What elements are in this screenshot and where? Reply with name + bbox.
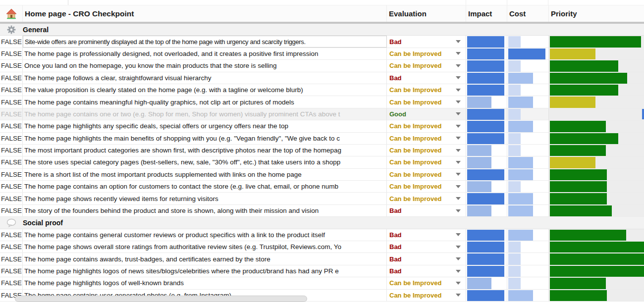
chevron-down-icon[interactable] [456, 233, 461, 236]
checkpoint-text-cell[interactable]: The value proposition is clearly stated … [23, 84, 387, 96]
cost-cell[interactable] [507, 229, 549, 241]
chevron-down-icon[interactable] [456, 209, 461, 212]
priority-cell[interactable] [549, 277, 644, 289]
checkbox-cell[interactable]: FALSE [0, 169, 23, 180]
cost-cell[interactable] [507, 133, 549, 144]
chevron-down-icon[interactable] [456, 270, 461, 273]
checkbox-cell[interactable]: FALSE [0, 133, 23, 144]
impact-cell[interactable] [466, 36, 507, 47]
cost-cell[interactable] [507, 48, 549, 59]
chevron-down-icon[interactable] [456, 76, 461, 79]
priority-cell[interactable] [549, 169, 644, 180]
checkbox-cell[interactable]: FALSE [0, 193, 23, 204]
priority-cell[interactable] [549, 253, 644, 264]
evaluation-dropdown[interactable]: Bad [387, 229, 466, 241]
chevron-down-icon[interactable] [456, 161, 461, 164]
cost-cell[interactable] [507, 277, 549, 289]
chevron-down-icon[interactable] [456, 112, 461, 115]
checkpoint-text-cell[interactable]: Site-wide offers are prominently display… [23, 36, 387, 47]
cost-cell[interactable] [507, 36, 549, 47]
evaluation-dropdown[interactable]: Bad [387, 265, 466, 277]
checkbox-cell[interactable]: FALSE [0, 205, 23, 216]
checkpoint-text-cell[interactable]: The most important product categories ar… [23, 145, 387, 156]
cost-cell[interactable] [507, 96, 549, 107]
chevron-down-icon[interactable] [456, 149, 461, 152]
priority-cell[interactable] [549, 133, 644, 144]
checkpoint-text-cell[interactable]: The home page contains awards, trust-bad… [23, 253, 387, 264]
cost-cell[interactable] [507, 253, 549, 264]
checkbox-cell[interactable]: FALSE [0, 72, 23, 84]
checkbox-cell[interactable]: FALSE [0, 181, 23, 192]
checkbox-cell[interactable]: FALSE [0, 145, 23, 156]
priority-cell[interactable] [549, 48, 644, 59]
cost-cell[interactable] [507, 193, 549, 204]
impact-cell[interactable] [466, 253, 507, 264]
evaluation-dropdown[interactable]: Bad [387, 72, 466, 84]
checkbox-cell[interactable]: FALSE [0, 241, 23, 252]
checkbox-cell[interactable]: FALSE [0, 120, 23, 132]
evaluation-dropdown[interactable]: Can be Improved [387, 133, 466, 144]
horizontal-scrollbar[interactable] [15, 296, 307, 302]
evaluation-dropdown[interactable]: Bad [387, 205, 466, 216]
impact-cell[interactable] [466, 84, 507, 96]
evaluation-dropdown[interactable]: Can be Improved [387, 156, 466, 168]
priority-cell[interactable] [549, 265, 644, 277]
priority-cell[interactable] [549, 96, 644, 107]
impact-cell[interactable] [466, 96, 507, 107]
checkbox-cell[interactable]: FALSE [0, 36, 23, 47]
checkpoint-text-cell[interactable]: The home page contains an option for cus… [23, 181, 387, 192]
checkbox-cell[interactable]: FALSE [0, 253, 23, 264]
checkpoint-text-cell[interactable]: The home page follows a clear, straightf… [23, 72, 387, 84]
checkbox-cell[interactable]: FALSE [0, 84, 23, 96]
checkpoint-text-cell[interactable]: Once you land on the homepage, you know … [23, 60, 387, 71]
cost-cell[interactable] [507, 169, 549, 180]
chevron-down-icon[interactable] [456, 246, 461, 249]
chevron-down-icon[interactable] [456, 185, 461, 188]
priority-cell[interactable] [549, 181, 644, 192]
checkpoint-text-cell[interactable]: The home page contains meaningful high-q… [23, 96, 387, 107]
cost-cell[interactable] [507, 205, 549, 216]
impact-cell[interactable] [466, 156, 507, 168]
priority-cell[interactable] [549, 241, 644, 252]
chevron-down-icon[interactable] [456, 64, 461, 67]
checkpoint-text-cell[interactable]: The store uses special category pages (b… [23, 156, 387, 168]
chevron-down-icon[interactable] [456, 89, 461, 92]
impact-cell[interactable] [466, 193, 507, 204]
priority-cell[interactable] [549, 108, 644, 120]
evaluation-dropdown[interactable]: Bad [387, 253, 466, 264]
checkpoint-text-cell[interactable]: The home page contains general customer … [23, 229, 387, 241]
chevron-down-icon[interactable] [456, 282, 461, 285]
chevron-down-icon[interactable] [456, 40, 461, 43]
checkpoint-text-cell[interactable]: The home page highlights logos of news s… [23, 265, 387, 277]
impact-cell[interactable] [466, 290, 507, 301]
impact-cell[interactable] [466, 145, 507, 156]
checkbox-cell[interactable]: FALSE [0, 96, 23, 107]
chevron-down-icon[interactable] [456, 173, 461, 176]
cost-cell[interactable] [507, 241, 549, 252]
cost-cell[interactable] [507, 181, 549, 192]
chevron-down-icon[interactable] [456, 52, 461, 55]
impact-cell[interactable] [466, 181, 507, 192]
impact-cell[interactable] [466, 241, 507, 252]
evaluation-dropdown[interactable]: Can be Improved [387, 181, 466, 192]
impact-cell[interactable] [466, 169, 507, 180]
evaluation-dropdown[interactable]: Can be Improved [387, 290, 466, 301]
column-header-evaluation[interactable]: Evaluation [387, 5, 466, 22]
checkbox-cell[interactable]: FALSE [0, 229, 23, 241]
cost-cell[interactable] [507, 60, 549, 71]
priority-cell[interactable] [549, 60, 644, 71]
cost-cell[interactable] [507, 72, 549, 84]
cost-cell[interactable] [507, 120, 549, 132]
impact-cell[interactable] [466, 108, 507, 120]
impact-cell[interactable] [466, 205, 507, 216]
checkpoint-text-cell[interactable]: The home page highlights any specific de… [23, 120, 387, 132]
checkbox-cell[interactable]: FALSE [0, 156, 23, 168]
cost-cell[interactable] [507, 84, 549, 96]
evaluation-dropdown[interactable]: Can be Improved [387, 277, 466, 289]
evaluation-dropdown[interactable]: Can be Improved [387, 60, 466, 71]
priority-cell[interactable] [549, 36, 644, 47]
checkpoint-text-cell[interactable]: The home page shows overall store rating… [23, 241, 387, 252]
impact-cell[interactable] [466, 265, 507, 277]
priority-cell[interactable] [549, 229, 644, 241]
evaluation-dropdown[interactable]: Bad [387, 36, 466, 47]
